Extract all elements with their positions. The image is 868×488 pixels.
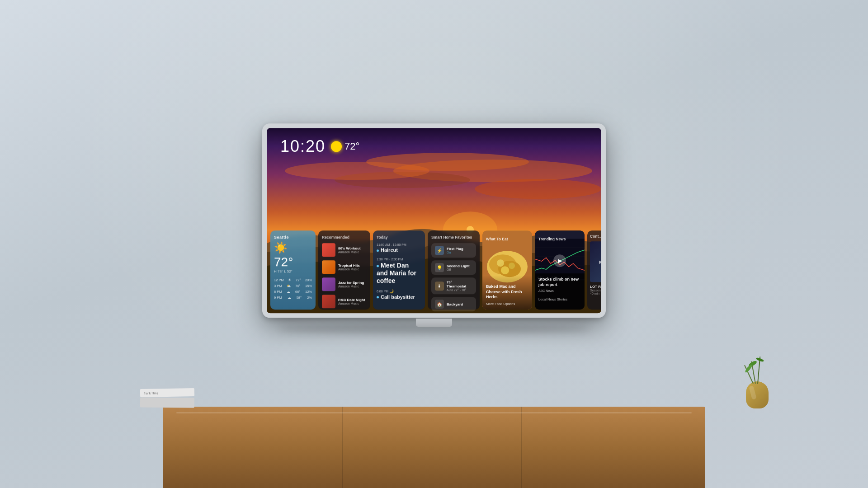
music-info-1: 80's Workout Amazon Music bbox=[338, 246, 367, 253]
event-meetdan[interactable]: 1:30 PM - 2:30 PM Meet Dan and Maria for… bbox=[377, 258, 421, 284]
event-time-2: 1:30 PM - 2:30 PM bbox=[377, 258, 421, 261]
device-info-2: Second Light Off bbox=[447, 264, 470, 271]
event-time-1: 11:00 AM - 12:00 PM bbox=[377, 243, 421, 246]
food-title-header: What To Eat bbox=[486, 234, 528, 242]
weather-row-9pm: 9 PM ☁ 58° 2% bbox=[274, 295, 312, 300]
music-thumb-1 bbox=[322, 243, 335, 257]
continue-show-title: LOT Ring bbox=[590, 285, 601, 289]
smarthome-title: Smart Home Favorites bbox=[431, 235, 476, 239]
device-status-1: On bbox=[447, 251, 463, 254]
recommended-widget[interactable]: Recommended 80's Workout Amazon Music Tr… bbox=[318, 230, 370, 310]
weather-row-12pm: 12 PM ☀ 72° 20% bbox=[274, 277, 312, 283]
music-thumb-4 bbox=[322, 295, 335, 308]
event-babysitter[interactable]: 6:00 PM 🌙 Call babysitter bbox=[377, 289, 421, 300]
tv-stand bbox=[163, 407, 705, 488]
plant bbox=[746, 381, 769, 408]
music-item-4[interactable]: R&B Date Night Amazon Music bbox=[322, 295, 367, 308]
music-thumb-2 bbox=[322, 260, 335, 274]
widgets-area: Seattle ☀️ 72° H 78° L 52° 12 PM ☀ 72° 2… bbox=[267, 230, 601, 313]
tv-screen[interactable]: 10:20 72° Seattle ☀️ 72° H 78° L 52° bbox=[267, 128, 601, 313]
furniture: frank films bbox=[0, 371, 868, 488]
news-section-title: Trending News bbox=[538, 237, 566, 241]
event-dot-3 bbox=[377, 296, 379, 298]
news-widget[interactable]: Trending News bbox=[535, 230, 585, 310]
weather-main-temp: 72° bbox=[274, 256, 312, 268]
current-weather: 72° bbox=[331, 141, 359, 152]
music-item-2[interactable]: Tropical Hits Amazon Music bbox=[322, 260, 367, 274]
music-source-3: Amazon Music bbox=[338, 285, 367, 288]
continue-widget[interactable]: Cont... ▶ LOT Ring Season 40 min bbox=[587, 230, 601, 310]
news-title-header: Trending News bbox=[538, 234, 581, 242]
icon: ☁ bbox=[287, 290, 290, 294]
music-source-1: Amazon Music bbox=[338, 250, 367, 253]
device-name-4: Backyard bbox=[447, 302, 463, 306]
news-info: Stocks climb on new job report ABC News … bbox=[535, 273, 585, 310]
device-name-3: 73° Thermostat bbox=[447, 280, 472, 288]
music-title-2: Tropical Hits bbox=[338, 263, 367, 267]
news-play-button[interactable]: ▶ bbox=[553, 254, 566, 267]
time-label: 9 PM bbox=[274, 296, 282, 300]
device-name-1: First Plug bbox=[447, 247, 463, 251]
food-section-title: What To Eat bbox=[486, 237, 508, 241]
continue-title: Cont... bbox=[590, 234, 601, 239]
music-title-3: Jazz for Spring bbox=[338, 281, 367, 285]
event-dot-1 bbox=[377, 249, 379, 252]
svg-point-5 bbox=[285, 162, 429, 180]
smarthome-widget[interactable]: Smart Home Favorites ⚡ First Plug On 💡 S… bbox=[428, 230, 480, 310]
icon: ⛅ bbox=[287, 284, 291, 288]
music-info-2: Tropical Hits Amazon Music bbox=[338, 263, 367, 271]
event-haircut[interactable]: 11:00 AM - 12:00 PM Haircut bbox=[377, 243, 421, 253]
books: frank films bbox=[140, 389, 194, 408]
device-thermostat[interactable]: 🌡 73° Thermostat Auto 72° - 76° bbox=[431, 277, 476, 294]
thermostat-icon: 🌡 bbox=[435, 282, 444, 291]
backyard-icon: 🏠 bbox=[435, 300, 444, 309]
event-title-2: Meet Dan and Maria for coffee bbox=[377, 262, 421, 284]
device-status-2: Off bbox=[447, 268, 470, 271]
precip: 2% bbox=[307, 296, 312, 300]
weather-hi-lo: H 78° L 52° bbox=[274, 269, 312, 273]
tv-frame: 10:20 72° Seattle ☀️ 72° H 78° L 52° bbox=[262, 123, 606, 318]
temp: 66° bbox=[295, 290, 300, 294]
food-widget[interactable]: What To Eat bbox=[482, 230, 532, 310]
precip: 12% bbox=[305, 290, 312, 294]
event-title-3: Call babysitter bbox=[377, 294, 421, 300]
news-headline: Stocks climb on new job report bbox=[538, 277, 581, 287]
device-backyard[interactable]: 🏠 Backyard bbox=[431, 297, 476, 311]
svg-point-12 bbox=[497, 259, 504, 267]
current-temp: 72° bbox=[344, 141, 359, 152]
temp: 72° bbox=[296, 278, 301, 282]
icon: ☁ bbox=[288, 296, 291, 300]
time-label: 3 PM bbox=[274, 284, 282, 288]
weather-widget[interactable]: Seattle ☀️ 72° H 78° L 52° 12 PM ☀ 72° 2… bbox=[270, 230, 316, 310]
event-title-1: Haircut bbox=[377, 247, 421, 253]
music-item-3[interactable]: Jazz for Spring Amazon Music bbox=[322, 277, 367, 291]
music-item-1[interactable]: 80's Workout Amazon Music bbox=[322, 243, 367, 257]
time-label: 6 PM bbox=[274, 290, 282, 294]
news-source: ABC News bbox=[538, 290, 581, 293]
temp: 70° bbox=[295, 284, 300, 288]
device-name-2: Second Light bbox=[447, 264, 470, 268]
today-widget[interactable]: Today 11:00 AM - 12:00 PM Haircut 1:30 P… bbox=[373, 230, 425, 310]
continue-content: Cont... ▶ LOT Ring Season 40 min bbox=[587, 230, 601, 299]
weather-city: Seattle bbox=[274, 235, 312, 239]
food-more-options[interactable]: More Food Options bbox=[486, 302, 528, 306]
continue-season: Season bbox=[590, 289, 601, 292]
device-second-light[interactable]: 💡 Second Light Off bbox=[431, 260, 476, 275]
news-more-stories[interactable]: Local News Stories bbox=[538, 295, 581, 303]
music-source-2: Amazon Music bbox=[338, 267, 367, 271]
music-title-1: 80's Workout bbox=[338, 246, 367, 250]
weather-row-6pm: 6 PM ☁ 66° 12% bbox=[274, 289, 312, 295]
device-status-3: Auto 72° - 76° bbox=[447, 288, 472, 291]
device-info-3: 73° Thermostat Auto 72° - 76° bbox=[447, 280, 472, 291]
music-info-3: Jazz for Spring Amazon Music bbox=[338, 281, 367, 288]
event-dot-2 bbox=[377, 265, 379, 267]
weather-icon-large: ☀️ bbox=[274, 242, 312, 253]
device-first-plug[interactable]: ⚡ First Plug On bbox=[431, 243, 476, 258]
svg-point-4 bbox=[475, 179, 601, 199]
device-info-1: First Plug On bbox=[447, 247, 463, 254]
precip: 15% bbox=[305, 284, 312, 288]
food-overlay: Baked Mac and Cheese with Fresh Herbs Mo… bbox=[482, 275, 532, 310]
music-source-4: Amazon Music bbox=[338, 302, 367, 305]
light-icon: 💡 bbox=[435, 263, 444, 272]
temp: 58° bbox=[297, 296, 302, 300]
